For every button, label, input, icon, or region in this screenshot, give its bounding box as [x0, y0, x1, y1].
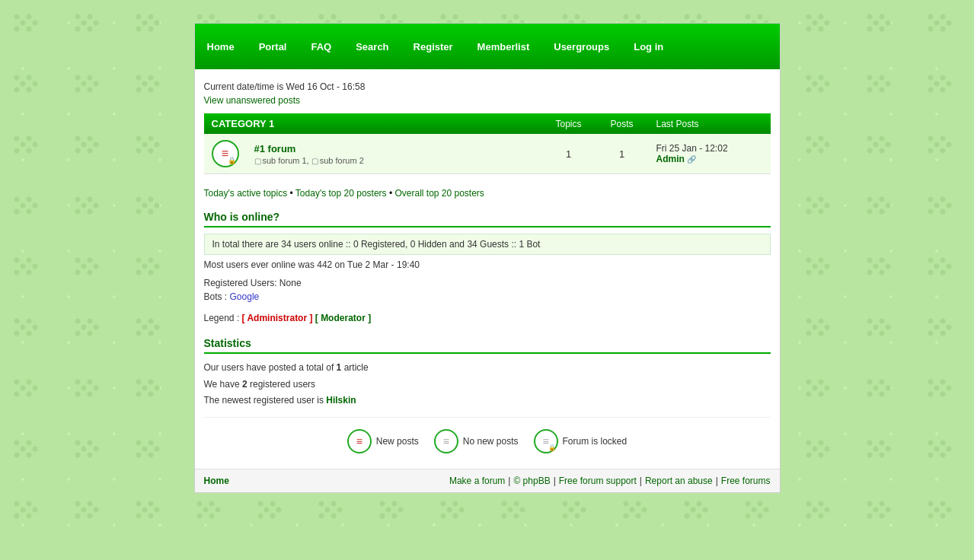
newest-user-link[interactable]: Hilskin	[326, 395, 356, 406]
category-table: CATEGORY 1 Topics Posts Last Posts 🔒 #1 …	[204, 113, 771, 174]
new-posts-label: New posts	[376, 436, 419, 447]
statistics-content: Our users have posted a total of 1 artic…	[204, 360, 771, 409]
nav-item-register[interactable]: Register	[403, 35, 464, 59]
nav-item-search[interactable]: Search	[345, 35, 399, 59]
subforum-2-link[interactable]: sub forum 2	[320, 156, 364, 165]
no-new-posts-label: No new posts	[463, 436, 519, 447]
stats-line1-suffix: article	[341, 362, 368, 373]
topics-col-header: Topics	[542, 113, 596, 134]
google-bot-link[interactable]: Google	[230, 291, 260, 302]
main-container: HomePortalFAQSearchRegisterMemberlistUse…	[194, 23, 781, 493]
footer-left: Home	[204, 476, 229, 486]
footer-bar: Home Make a forum | © phpBB | Free forum…	[195, 469, 780, 492]
nav-item-portal[interactable]: Portal	[248, 35, 298, 59]
no-new-posts-lines: ≡	[443, 435, 449, 447]
forum-row: 🔒 #1 forum ▢sub forum 1, ▢sub forum 2 1 …	[204, 134, 771, 174]
bots-row: Bots : Google	[204, 291, 771, 302]
footer-sep3: |	[640, 476, 642, 486]
stats-line1-prefix: Our users have posted a total of	[204, 362, 337, 373]
legend-area: Legend : [ Administrator ] [ Moderator ]	[204, 305, 771, 331]
view-unanswered-link[interactable]: View unanswered posts	[204, 95, 771, 106]
statistics-title: Statistics	[204, 331, 771, 354]
forum-info-cell: #1 forum ▢sub forum 1, ▢sub forum 2	[247, 134, 542, 174]
stats-line3-prefix: The newest registered user is	[204, 395, 327, 406]
locked-forum-icon: ≡ 🔒	[534, 429, 558, 453]
forum-subforums: ▢sub forum 1, ▢sub forum 2	[254, 156, 535, 165]
online-box-text: In total there are 34 users online :: 0 …	[212, 239, 541, 250]
lock-icon: 🔒	[228, 157, 236, 164]
footer-sep4: |	[716, 476, 718, 486]
category-title: CATEGORY 1	[212, 118, 275, 129]
stats-user-count: 2	[242, 379, 247, 390]
top-posters-link[interactable]: Today's top 20 posters	[295, 188, 387, 199]
forum-icon: 🔒	[212, 140, 239, 167]
footer-home-link[interactable]: Home	[204, 476, 229, 486]
posts-col-header: Posts	[596, 113, 649, 134]
nav-item-login[interactable]: Log in	[623, 35, 674, 59]
stats-line2: We have 2 registered users	[204, 377, 771, 393]
who-is-online-title: Who is online?	[204, 205, 771, 228]
locked-forum-legend: ≡ 🔒 Forum is locked	[534, 429, 628, 453]
subforum-icon-1: ▢	[254, 157, 261, 165]
free-forums-link[interactable]: Free forums	[721, 476, 771, 486]
legend-icons-row: ≡ New posts ≡ No new posts ≡ 🔒 Forum is …	[204, 417, 771, 461]
registered-users-row: Registered Users: None Bots : Google	[204, 278, 771, 302]
bots-label: Bots :	[204, 291, 228, 302]
no-new-posts-legend: ≡ No new posts	[434, 429, 519, 453]
content-area: Current date/time is Wed 16 Oct - 16:58 …	[195, 69, 780, 469]
report-abuse-link[interactable]: Report an abuse	[645, 476, 713, 486]
new-posts-icon: ≡	[347, 429, 372, 453]
profile-icon: 🔗	[687, 155, 696, 164]
datetime-text: Current date/time is Wed 16 Oct - 16:58	[204, 77, 771, 95]
admin-label: [ Administrator ]	[242, 313, 313, 323]
subforum-1-link[interactable]: sub forum 1	[263, 156, 307, 165]
forum-title-link[interactable]: #1 forum	[254, 143, 296, 154]
free-support-link[interactable]: Free forum support	[559, 476, 637, 486]
lastposts-col-header: Last Posts	[649, 113, 771, 134]
new-posts-lines: ≡	[356, 435, 362, 447]
online-box: In total there are 34 users online :: 0 …	[204, 234, 771, 255]
navigation-bar: HomePortalFAQSearchRegisterMemberlistUse…	[195, 24, 780, 69]
last-post-user-link[interactable]: Admin	[656, 154, 688, 164]
registered-users-text: Registered Users: None	[204, 278, 771, 288]
forum-topics-count: 1	[542, 134, 596, 174]
make-forum-link[interactable]: Make a forum	[449, 476, 505, 486]
nav-item-faq[interactable]: FAQ	[300, 35, 342, 59]
subforum-icon-2: ▢	[311, 157, 318, 165]
stats-line2-suffix: registered users	[247, 379, 315, 390]
nav-item-home[interactable]: Home	[196, 35, 245, 59]
forum-icon-cell: 🔒	[204, 134, 247, 174]
forum-last-post: Fri 25 Jan - 12:02 Admin 🔗	[649, 134, 771, 174]
stats-line3: The newest registered user is Hilskin	[204, 393, 771, 409]
forum-posts-count: 1	[596, 134, 649, 174]
new-posts-legend: ≡ New posts	[347, 429, 419, 453]
footer-sep1: |	[508, 476, 510, 486]
footer-right: Make a forum | © phpBB | Free forum supp…	[449, 476, 771, 486]
last-post-date: Fri 25 Jan - 12:02	[656, 143, 728, 154]
locked-forum-label: Forum is locked	[563, 436, 628, 447]
no-new-posts-icon: ≡	[434, 429, 458, 453]
active-topics-row: Today's active topics • Today's top 20 p…	[204, 182, 771, 205]
sep1: •	[290, 188, 295, 199]
max-users-text: Most users ever online was 442 on Tue 2 …	[204, 259, 771, 270]
active-topics-link[interactable]: Today's active topics	[204, 188, 288, 199]
footer-sep2: |	[554, 476, 556, 486]
phpbb-link[interactable]: © phpBB	[513, 476, 550, 486]
mini-lock-icon: 🔒	[548, 444, 556, 451]
stats-line2-prefix: We have	[204, 379, 242, 390]
last-post-username: Admin	[656, 154, 685, 164]
overall-top-link[interactable]: Overall top 20 posters	[394, 188, 484, 199]
nav-item-usergroups[interactable]: Usergroups	[543, 35, 620, 59]
mod-label: [ Moderator ]	[315, 313, 371, 323]
stats-line1: Our users have posted a total of 1 artic…	[204, 360, 771, 377]
nav-item-memberlist[interactable]: Memberlist	[467, 35, 541, 59]
legend-label: Legend :	[204, 313, 240, 323]
